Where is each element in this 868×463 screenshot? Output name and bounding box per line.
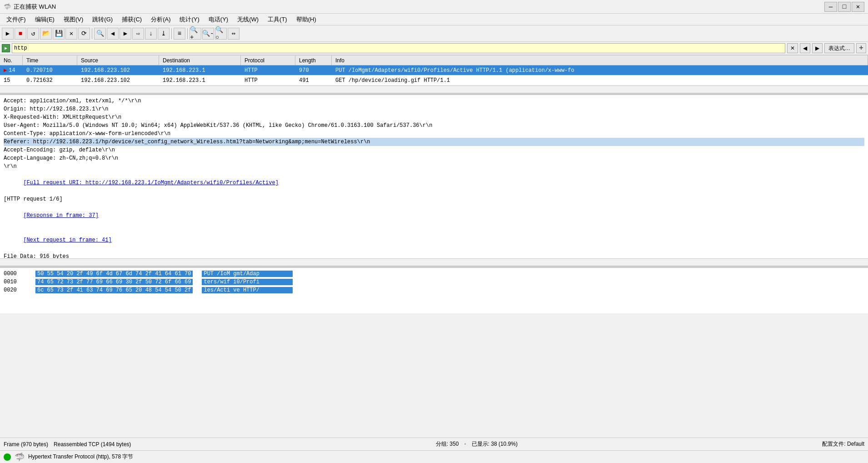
hex-row-2: 0020 6c 65 73 2f 41 63 74 69 76 65 20 48… [4, 286, 864, 294]
minimize-button[interactable]: — [824, 2, 837, 12]
hex-row-0: 0000 50 55 54 20 2f 49 6f 4d 67 6d 74 2f… [4, 270, 864, 278]
filter-icon: ▶ [2, 44, 10, 52]
menubar-item-10[interactable]: 帮助(H) [292, 15, 321, 25]
packet-info-14: PUT /IoMgmt/Adapters/wifi0/Profiles/Acti… [332, 65, 868, 75]
detail-hscrollbar[interactable] [0, 259, 868, 266]
packet-list-hscrollbar[interactable] [0, 86, 868, 93]
zoom-out-button[interactable]: 🔍- [202, 28, 214, 40]
full-uri-link[interactable]: [Full request URI: http://192.168.223.1/… [23, 180, 279, 186]
reassembled-info: Reassembled TCP (1494 bytes) [54, 441, 131, 448]
stop-capture-button[interactable]: ■ [15, 28, 26, 40]
scroll-end-button[interactable]: ⤓ [158, 28, 170, 40]
packet-no-14: ▶ 14 [0, 65, 23, 75]
main-area: No. Time Source Destination Protocol Len… [0, 55, 868, 463]
close-button[interactable]: ✕ [852, 2, 864, 12]
config-profile: 配置文件: Default [822, 440, 864, 448]
toolbar-separator-2 [171, 28, 172, 39]
packet-length-14: 970 [295, 65, 332, 75]
filterbar: ▶ ✕ ◀ ▶ 表达式… + [0, 42, 868, 55]
col-header-source[interactable]: Source [77, 55, 159, 65]
detail-line-contenttype: Content-Type: application/x-www-form-url… [4, 130, 864, 138]
menubar-item-4[interactable]: 捕获(C) [117, 15, 146, 25]
detail-line-xrequested: X-Requested-With: XMLHttpRequest\r\n [4, 113, 864, 121]
toolbar: ▶ ■ ↺ 📂 💾 ✕ ⟳ 🔍 ◀ ▶ ⇨ ↓ ⤓ ≡ 🔍+ 🔍- 🔍○ ⇔ [0, 25, 868, 42]
start-capture-button[interactable]: ▶ [2, 28, 14, 40]
jump-to-button[interactable]: ⇨ [132, 28, 144, 40]
zoom-in-button[interactable]: 🔍+ [190, 28, 201, 40]
packet-time-14: 0.720710 [23, 65, 77, 75]
frame-info: Frame (970 bytes) [4, 441, 48, 448]
col-header-info[interactable]: Info [332, 55, 868, 65]
col-header-protocol[interactable]: Protocol [241, 55, 295, 65]
titlebar: 🦈 正在捕获 WLAN — □ ✕ [0, 0, 868, 14]
packet-protocol-14: HTTP [241, 65, 295, 75]
window-controls: — □ ✕ [824, 2, 864, 12]
menubar-item-6[interactable]: 统计(Y) [175, 15, 204, 25]
detail-line-origin: Origin: http://192.168.223.1\r\n [4, 105, 864, 113]
response-frame-link[interactable]: [Response in frame: 37] [23, 212, 99, 219]
hex-offset-2: 0020 [4, 287, 26, 293]
shark-icon: 🦈 [15, 452, 25, 462]
col-header-time[interactable]: Time [23, 55, 77, 65]
add-filter-button[interactable]: + [856, 43, 866, 53]
packet-count: 分组: 350 [436, 440, 459, 448]
menubar-item-9[interactable]: 工具(T) [263, 15, 292, 25]
col-header-no[interactable]: No. [0, 55, 23, 65]
titlebar-title-area: 🦈 正在捕获 WLAN [4, 3, 56, 11]
filter-clear-button[interactable]: ✕ [787, 43, 798, 53]
statusbar: Frame (970 bytes) Reassembled TCP (1494 … [0, 438, 868, 450]
window-title: 正在捕获 WLAN [14, 3, 56, 11]
detail-line-acceptenc: Accept-Encoding: gzip, deflate\r\n [4, 146, 864, 154]
menubar-item-1[interactable]: 编辑(E) [30, 15, 59, 25]
menubar-item-3[interactable]: 跳转(G) [88, 15, 117, 25]
table-row[interactable]: 15 0.721632 192.168.223.102 192.168.223.… [0, 75, 868, 86]
forward-button[interactable]: ▶ [120, 28, 131, 40]
menubar-item-8[interactable]: 无线(W) [233, 15, 263, 25]
maximize-button[interactable]: □ [838, 2, 851, 12]
packet-list-header: No. Time Source Destination Protocol Len… [0, 55, 868, 65]
col-header-length[interactable]: Length [295, 55, 332, 65]
status-sep-1: • [464, 441, 466, 448]
table-row[interactable]: ▶ 14 0.720710 192.168.223.102 192.168.22… [0, 65, 868, 75]
down-button[interactable]: ↓ [145, 28, 157, 40]
packet-source-15: 192.168.223.102 [77, 75, 159, 85]
zoom-reset-button[interactable]: 🔍○ [215, 28, 227, 40]
filter-input[interactable] [12, 43, 785, 53]
packet-dest-15: 192.168.223.1 [159, 75, 241, 85]
packet-dest-14: 192.168.223.1 [159, 65, 241, 75]
menubar-item-7[interactable]: 电话(Y) [204, 15, 233, 25]
packet-list: No. Time Source Destination Protocol Len… [0, 55, 868, 86]
detail-line-accept: Accept: application/xml, text/xml, */*\r… [4, 97, 864, 105]
back-button[interactable]: ◀ [107, 28, 119, 40]
col-header-dest[interactable]: Destination [159, 55, 241, 65]
app-icon: 🦈 [4, 3, 11, 10]
displayed-count: 已显示: 38 (10.9%) [472, 440, 518, 448]
packet-detail[interactable]: Accept: application/xml, text/xml, */*\r… [0, 95, 868, 259]
detail-line-crlf: \r\n [4, 162, 864, 171]
detail-line-filedata: File Data: 916 bytes [4, 252, 864, 259]
find-button[interactable]: 🔍 [94, 28, 106, 40]
detail-line-httpreq: [HTTP request 1/6] [4, 195, 864, 203]
next-request-link[interactable]: [Next request in frame: 41] [23, 237, 111, 243]
menubar-item-5[interactable]: 分析(A) [146, 15, 175, 25]
resize-columns-button[interactable]: ⇔ [228, 28, 239, 40]
save-file-button[interactable]: 💾 [53, 28, 65, 40]
restart-capture-button[interactable]: ↺ [27, 28, 39, 40]
hex-offset-1: 0010 [4, 279, 26, 285]
open-file-button[interactable]: 📂 [40, 28, 52, 40]
filter-forward-button[interactable]: ▶ [812, 43, 823, 53]
expression-button[interactable]: 表达式… [824, 43, 854, 53]
menubar-item-2[interactable]: 视图(V) [59, 15, 88, 25]
detail-line-useragent: User-Agent: Mozilla/5.0 (Windows NT 10.0… [4, 121, 864, 130]
toolbar-separator-1 [92, 28, 92, 39]
colorize-button[interactable]: ≡ [174, 28, 185, 40]
menubar-item-0[interactable]: 文件(F) [2, 15, 30, 25]
filter-back-button[interactable]: ◀ [800, 43, 810, 53]
detail-line-fulluri[interactable]: [Full request URI: http://192.168.223.1/… [4, 171, 864, 195]
detail-line-acceptlang: Accept-Language: zh-CN,zh;q=0.8\r\n [4, 154, 864, 162]
detail-line-referer: Referer: http://192.168.223.1/hp/device/… [4, 138, 864, 146]
detail-line-response[interactable]: [Response in frame: 37] [4, 203, 864, 228]
reload-button[interactable]: ⟳ [78, 28, 90, 40]
detail-line-nextreq[interactable]: [Next request in frame: 41] [4, 228, 864, 252]
close-file-button[interactable]: ✕ [65, 28, 77, 40]
